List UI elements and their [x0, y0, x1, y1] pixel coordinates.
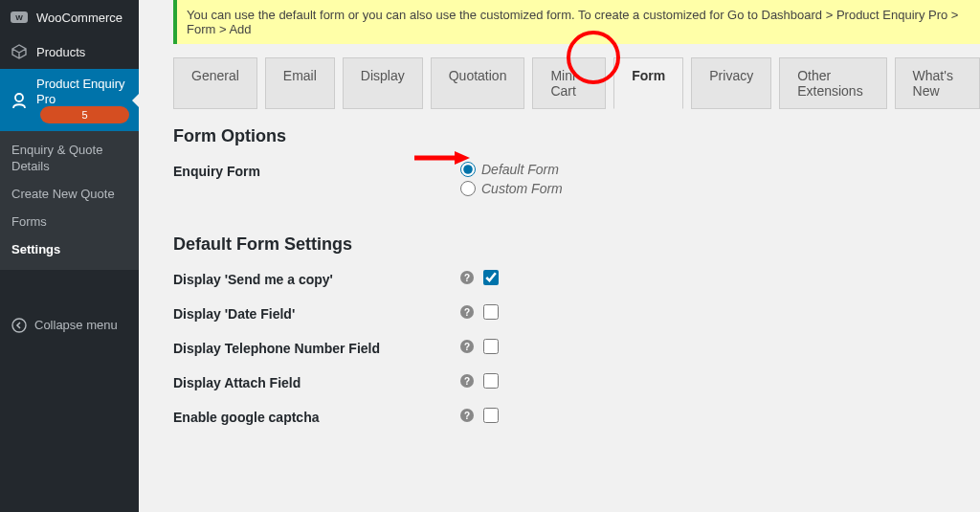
field-telephone: Display Telephone Number Field ?	[173, 339, 980, 356]
checkbox-telephone[interactable]	[483, 339, 499, 354]
admin-sidebar: W WooCommerce Products Product Enquiry P…	[0, 0, 139, 512]
sidebar-item-products[interactable]: Products	[0, 34, 139, 69]
info-notice: You can use the default form or you can …	[173, 0, 980, 44]
section-title-default-form: Default Form Settings	[173, 234, 980, 255]
sidebar-sub-create-quote[interactable]: Create New Quote	[0, 181, 139, 209]
tab-form[interactable]: Form	[613, 57, 683, 109]
main-content: You can use the default form or you can …	[139, 0, 980, 512]
help-icon[interactable]: ?	[460, 271, 474, 284]
tab-content: Form Options Enquiry Form Default Form C…	[173, 109, 980, 425]
sidebar-sub-settings[interactable]: Settings	[0, 236, 139, 264]
sidebar-item-label: WooCommerce	[36, 11, 122, 25]
help-icon[interactable]: ?	[460, 409, 474, 422]
svg-point-2	[15, 94, 23, 101]
notification-badge: 5	[40, 106, 129, 123]
collapse-menu[interactable]: Collapse menu	[0, 308, 139, 343]
radio-label: Default Form	[481, 162, 559, 177]
field-captcha: Enable google captcha ?	[173, 408, 980, 425]
help-icon[interactable]: ?	[460, 340, 474, 353]
field-attach: Display Attach Field ?	[173, 373, 980, 390]
field-label: Enable google captcha	[173, 408, 460, 425]
enquiry-icon	[10, 91, 29, 110]
settings-tabs: General Email Display Quotation Mini Car…	[173, 57, 980, 109]
help-icon[interactable]: ?	[460, 305, 474, 319]
svg-text:W: W	[15, 13, 23, 22]
collapse-label: Collapse menu	[34, 318, 118, 332]
field-label: Enquiry Form	[173, 162, 460, 179]
product-icon	[10, 42, 29, 61]
field-label: Display Telephone Number Field	[173, 339, 460, 356]
tab-mini-cart[interactable]: Mini Cart	[532, 57, 606, 109]
sidebar-sub-enquiry-details[interactable]: Enquiry & Quote Details	[0, 137, 139, 181]
sidebar-item-product-enquiry-pro[interactable]: Product Enquiry Pro 5	[0, 69, 139, 131]
section-title-form-options: Form Options	[173, 126, 980, 146]
woocommerce-icon: W	[10, 8, 29, 27]
sidebar-submenu: Enquiry & Quote Details Create New Quote…	[0, 131, 139, 269]
radio-label: Custom Form	[481, 181, 563, 196]
checkbox-date-field[interactable]	[483, 304, 499, 320]
tab-general[interactable]: General	[173, 57, 257, 109]
field-label: Display 'Date Field'	[173, 304, 460, 322]
radio-custom-form[interactable]	[460, 181, 476, 196]
field-enquiry-form: Enquiry Form Default Form Custom Form	[173, 162, 980, 196]
checkbox-captcha[interactable]	[483, 408, 499, 423]
checkbox-send-copy[interactable]	[483, 270, 499, 285]
collapse-icon	[10, 316, 29, 335]
sidebar-item-label: Product Enquiry Pro	[36, 77, 129, 106]
sidebar-item-woocommerce[interactable]: W WooCommerce	[0, 0, 139, 34]
svg-point-3	[12, 319, 26, 332]
checkbox-attach[interactable]	[483, 373, 499, 389]
tab-whats-new[interactable]: What's New	[895, 57, 980, 109]
field-date: Display 'Date Field' ?	[173, 304, 980, 322]
tab-privacy[interactable]: Privacy	[691, 57, 771, 109]
tab-other-extensions[interactable]: Other Extensions	[779, 57, 886, 109]
sidebar-item-label: Products	[36, 45, 85, 59]
field-label: Display 'Send me a copy'	[173, 270, 460, 287]
radio-default-form[interactable]	[460, 162, 476, 177]
tab-quotation[interactable]: Quotation	[431, 57, 525, 109]
sidebar-sub-forms[interactable]: Forms	[0, 209, 139, 236]
field-send-copy: Display 'Send me a copy' ?	[173, 270, 980, 287]
tab-email[interactable]: Email	[265, 57, 335, 109]
field-label: Display Attach Field	[173, 373, 460, 390]
help-icon[interactable]: ?	[460, 374, 474, 388]
tab-display[interactable]: Display	[343, 57, 423, 109]
